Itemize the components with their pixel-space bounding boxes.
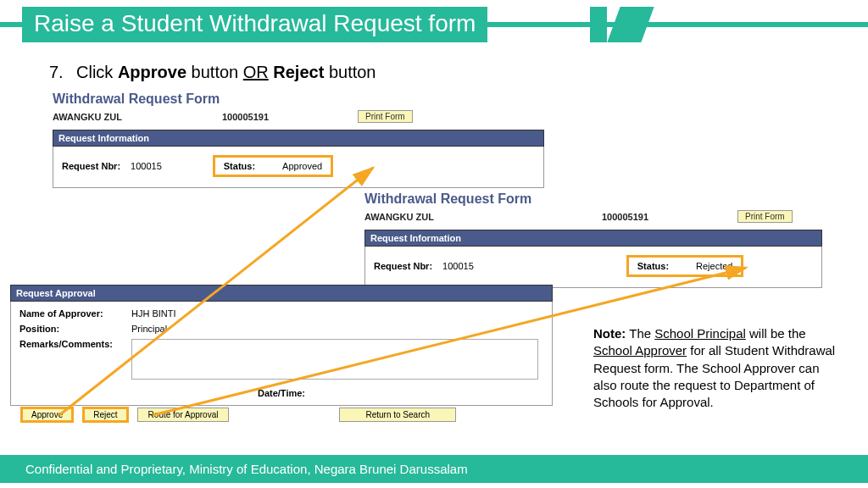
- student-name: AWANGKU ZUL: [53, 112, 222, 122]
- position-label: Position:: [19, 324, 121, 334]
- student-name: AWANGKU ZUL: [364, 212, 602, 222]
- status-label: Status:: [224, 161, 255, 171]
- approver-name-value: HJH BINTI: [131, 308, 176, 319]
- form-title: Withdrawal Request Form: [364, 191, 822, 207]
- remarks-input[interactable]: [131, 339, 538, 380]
- status-highlight: Status: Approved: [213, 155, 333, 177]
- request-nbr-value: 100015: [131, 161, 162, 171]
- section-header: Request Information: [53, 130, 544, 147]
- status-value: Rejected: [696, 261, 732, 271]
- position-value: Principal: [131, 324, 167, 334]
- status-value: Approved: [282, 161, 322, 171]
- student-id: 100005191: [222, 112, 358, 122]
- route-for-approval-button[interactable]: Route for Approval: [137, 408, 230, 422]
- form-title: Withdrawal Request Form: [53, 92, 544, 107]
- note-text: Note: The School Principal will be the S…: [593, 325, 844, 411]
- request-nbr-label: Request Nbr:: [374, 261, 432, 271]
- remarks-label: Remarks/Comments:: [19, 339, 121, 349]
- print-form-button[interactable]: Print Form: [358, 110, 413, 123]
- student-id: 100005191: [602, 212, 737, 222]
- action-button-row: Approve Reject Route for Approval Return…: [20, 407, 456, 423]
- status-highlight: Status: Rejected: [626, 255, 744, 277]
- request-nbr-label: Request Nbr:: [62, 161, 120, 171]
- header-accent: [607, 7, 654, 42]
- section-header: Request Information: [364, 230, 822, 247]
- withdrawal-form-approved: Withdrawal Request Form AWANGKU ZUL 1000…: [53, 92, 544, 188]
- return-to-search-button[interactable]: Return to Search: [339, 408, 456, 422]
- footer-text: Confidential and Proprietary, Ministry o…: [0, 455, 868, 483]
- approver-name-label: Name of Approver:: [19, 308, 121, 319]
- page-title: Raise a Student Withdrawal Request form: [22, 7, 487, 42]
- status-label: Status:: [637, 261, 669, 271]
- step-number: 7.: [49, 63, 64, 82]
- reject-button[interactable]: Reject: [82, 407, 128, 423]
- slide-header: Raise a Student Withdrawal Request form: [0, 7, 868, 42]
- request-nbr-value: 100015: [442, 261, 474, 271]
- date-time-label: Date/Time:: [19, 388, 543, 398]
- section-header: Request Approval: [10, 285, 553, 302]
- request-approval-panel: Request Approval Name of Approver: HJH B…: [10, 285, 553, 406]
- header-accent: [590, 7, 607, 42]
- approve-button[interactable]: Approve: [20, 407, 74, 423]
- step-instruction: Click Approve button OR Reject button: [76, 63, 376, 82]
- print-form-button[interactable]: Print Form: [737, 210, 793, 223]
- withdrawal-form-rejected: Withdrawal Request Form AWANGKU ZUL 1000…: [364, 191, 822, 288]
